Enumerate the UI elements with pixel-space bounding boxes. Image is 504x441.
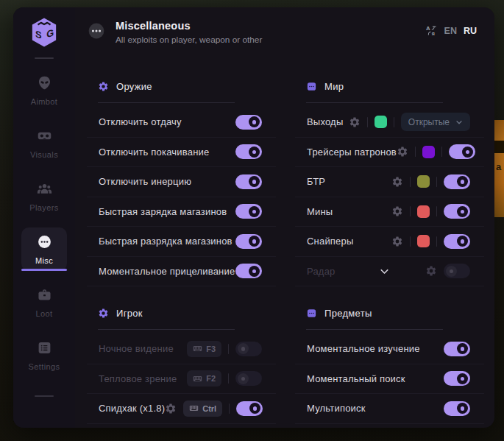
row-controls	[444, 342, 470, 356]
settings-list-icon	[37, 340, 52, 356]
dropdown-select[interactable]: Открытые	[401, 113, 470, 131]
section-player: ИгрокНочное видениеF3Тепловое зрениеF2Сп…	[87, 304, 276, 424]
svg-text:G: G	[46, 27, 54, 40]
sidebar-item-aimbot[interactable]: Aimbot	[21, 68, 67, 112]
sidebar-item-players[interactable]: Players	[21, 174, 67, 218]
control-divider	[436, 206, 437, 216]
toggle-knob	[249, 266, 260, 277]
sidebar-divider	[35, 57, 54, 59]
feature-label: Моментальное изучение	[307, 343, 420, 354]
section-divider	[306, 329, 443, 330]
sidebar-item-visuals[interactable]: Visuals	[21, 121, 67, 165]
color-swatch[interactable]	[417, 235, 430, 247]
row-controls	[235, 264, 262, 278]
feature-label: Отключить инерцию	[99, 176, 191, 187]
toggle-switch[interactable]	[235, 342, 262, 356]
feature-label: Трейсеры патронов	[307, 147, 397, 158]
toggle-switch[interactable]	[235, 115, 262, 130]
toggle-switch[interactable]	[235, 234, 262, 249]
ellipsis-icon	[87, 21, 106, 40]
toggle-knob	[238, 343, 249, 354]
toggle-switch[interactable]	[235, 204, 262, 219]
color-swatch[interactable]	[417, 175, 430, 188]
feature-label: Отключить отдачу	[99, 116, 182, 127]
toggle-switch[interactable]	[444, 204, 470, 219]
row-controls: F3	[187, 341, 262, 357]
feature-row: ВыходыОткрытые	[295, 107, 484, 138]
toggle-knob	[238, 373, 249, 384]
sidebar-item-label: Aimbot	[31, 97, 58, 106]
chevron-down-icon[interactable]	[378, 265, 391, 278]
toggle-switch[interactable]	[449, 144, 475, 159]
gear-icon[interactable]	[425, 265, 437, 277]
toggle-switch[interactable]	[236, 401, 263, 416]
svg-text:я: я	[431, 31, 434, 37]
section-rows: Ночное видениеF3Тепловое зрениеF2Спидхак…	[87, 334, 276, 424]
lang-option-ru[interactable]: RU	[464, 26, 477, 36]
sidebar-item-label: Visuals	[30, 150, 58, 159]
toggle-switch[interactable]	[235, 371, 262, 386]
row-controls	[397, 144, 475, 159]
toggle-knob	[249, 206, 260, 217]
app-window: S G AimbotVisualsPlayersMiscLootSettings…	[13, 7, 494, 428]
toggle-switch[interactable]	[444, 174, 470, 189]
sidebar-item-settings[interactable]: Settings	[21, 334, 67, 377]
toggle-knob	[457, 236, 468, 247]
hotkey-label: F3	[206, 345, 216, 353]
feature-row: Трейсеры патронов	[295, 138, 484, 168]
feature-row: Отключить покачивание	[87, 138, 276, 168]
gear-icon[interactable]	[391, 205, 403, 217]
hotkey-badge[interactable]: F2	[187, 370, 221, 387]
gear-icon[interactable]	[165, 403, 177, 414]
toggle-knob	[446, 266, 457, 277]
toggle-switch[interactable]	[444, 371, 470, 386]
section-rows: Отключить отдачуОтключить покачиваниеОтк…	[87, 107, 276, 286]
alien-icon	[37, 75, 52, 91]
gear-icon[interactable]	[391, 236, 403, 247]
control-divider	[410, 236, 411, 247]
row-controls	[235, 144, 262, 159]
hotkey-badge[interactable]: Ctrl	[183, 401, 222, 417]
feature-label: Мины	[307, 206, 333, 217]
color-swatch[interactable]	[417, 205, 430, 218]
feature-label: Быстрая разрядка магазинов	[99, 236, 233, 247]
feature-row: БТР	[295, 167, 484, 197]
feature-row: Быстрая зарядка магазинов	[87, 197, 276, 227]
sidebar-item-loot[interactable]: Loot	[21, 281, 67, 324]
section-header: Оружие	[87, 77, 276, 95]
feature-label: Ночное видение	[99, 343, 174, 354]
color-swatch[interactable]	[422, 146, 435, 158]
toggle-switch[interactable]	[444, 264, 470, 278]
row-controls	[391, 234, 470, 249]
row-controls	[444, 371, 470, 386]
feature-label: Моментальный поиск	[307, 373, 405, 384]
briefcase-icon	[37, 287, 52, 303]
toggle-switch[interactable]	[235, 174, 262, 189]
lang-option-en[interactable]: EN	[444, 26, 457, 36]
toggle-switch[interactable]	[235, 264, 262, 278]
players-icon	[37, 181, 52, 197]
toggle-switch[interactable]	[444, 234, 470, 249]
toggle-switch[interactable]	[444, 401, 470, 416]
feature-row: Мины	[295, 197, 484, 227]
sidebar-item-label: Players	[29, 203, 58, 212]
toggle-knob	[249, 116, 260, 127]
section-header: Предметы	[295, 304, 484, 322]
section-rows: Моментальное изучениеМоментальный поискМ…	[295, 334, 484, 424]
feature-row: Тепловое зрениеF2	[87, 364, 276, 395]
gear-icon[interactable]	[391, 176, 403, 188]
toggle-switch[interactable]	[235, 144, 262, 159]
row-controls	[235, 204, 262, 219]
toggle-switch[interactable]	[444, 342, 470, 356]
color-swatch[interactable]	[375, 116, 387, 128]
gear-icon[interactable]	[349, 116, 361, 128]
row-controls	[425, 264, 470, 278]
gear-icon[interactable]	[397, 146, 408, 158]
keyboard-icon	[189, 403, 199, 413]
section-weapon: ОружиеОтключить отдачуОтключить покачива…	[87, 77, 276, 286]
feature-row: Мультипоиск	[295, 394, 484, 424]
feature-row: Быстрая разрядка магазинов	[87, 227, 276, 257]
header-text: Miscellaneous All exploits on player, we…	[116, 20, 262, 45]
hotkey-badge[interactable]: F3	[187, 341, 221, 357]
sidebar-item-misc[interactable]: Misc	[21, 227, 67, 271]
